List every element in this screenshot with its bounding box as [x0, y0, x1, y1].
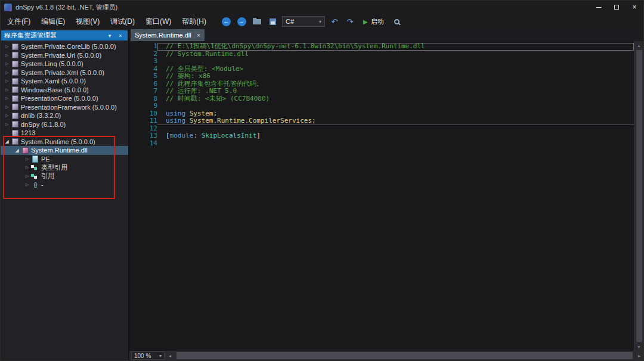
close-button[interactable]: × — [626, 1, 643, 14]
editor-region: System.Runtime.dll × 1// E:\1投稿\1优化\dnSp… — [129, 29, 643, 360]
expander-icon[interactable]: ▷ — [3, 113, 11, 118]
ref-icon — [31, 173, 39, 180]
panel-title: 程序集资源管理器 — [4, 31, 103, 40]
tree-item-dnlib[interactable]: ▷dnlib (3.3.2.0) — [1, 111, 128, 120]
menu-view[interactable]: 视图(V) — [70, 14, 105, 29]
menu-window[interactable]: 窗口(W) — [140, 14, 177, 29]
code-token-namespace: System — [190, 110, 213, 117]
maximize-icon — [614, 5, 619, 10]
horizontal-scroll-thumb[interactable] — [177, 352, 633, 359]
tree-item-type-references[interactable]: ▷类型引用 — [1, 163, 128, 172]
code-line[interactable]: 2// System.Runtime.dll — [129, 51, 634, 58]
back-icon: ← — [222, 17, 231, 26]
maximize-button[interactable] — [608, 1, 626, 14]
expander-icon[interactable]: ▷ — [3, 96, 11, 101]
editor-middle: 1// E:\1投稿\1优化\dnSpy\dnSpy-net-6.1.8win3… — [129, 41, 643, 351]
vertical-scroll-thumb[interactable] — [636, 50, 642, 342]
code-line[interactable]: 13[module: SkipLocalsInit] — [129, 132, 634, 140]
expander-icon[interactable]: ▷ — [3, 105, 11, 110]
typeref-icon — [31, 164, 39, 171]
expander-icon[interactable]: ◢ — [3, 139, 11, 144]
expander-icon[interactable]: ▷ — [23, 174, 31, 179]
code-token-comment: // 时间戳: <未知> (CC7B4080) — [166, 95, 270, 102]
menu-edit[interactable]: 编辑(E) — [36, 14, 70, 29]
dnspy-window: dnSpy v6.1.8 (32-bit, .NET, 管理员) × 文件(F)… — [0, 0, 644, 361]
code-line[interactable]: 8// 时间戳: <未知> (CC7B4080) — [129, 95, 634, 103]
window-controls: × — [590, 1, 643, 14]
tree-item-system-runtime-dll[interactable]: ◢System.Runtime.dll — [1, 146, 128, 155]
expander-icon[interactable]: ▷ — [3, 88, 11, 92]
search-button[interactable] — [391, 15, 403, 27]
tree-item-label: 1213 — [21, 129, 35, 136]
vertical-scrollbar[interactable]: ▲ ▼ — [634, 41, 643, 351]
horizontal-scrollbar[interactable] — [175, 351, 634, 360]
menu-file[interactable]: 文件(F) — [2, 14, 36, 29]
scroll-left-icon[interactable]: ◂ — [166, 353, 174, 359]
code-token-type: SkipLocalsInit — [202, 132, 257, 139]
tree-item-label: System.Linq (5.0.0.0) — [21, 60, 83, 67]
tab-system-runtime-dll[interactable]: System.Runtime.dll × — [131, 29, 205, 41]
menu-debug[interactable]: 调试(D) — [105, 14, 140, 29]
nav-forward-button[interactable]: → — [236, 15, 247, 27]
expander-icon[interactable]: ▷ — [3, 44, 11, 49]
tab-bar: System.Runtime.dll × — [129, 29, 643, 41]
scroll-up-icon[interactable]: ▲ — [634, 41, 643, 49]
tree-item-namespace-dash[interactable]: ▷{}- — [1, 181, 128, 189]
undo-button[interactable]: ↶ — [329, 15, 340, 27]
expander-icon[interactable]: ▷ — [3, 79, 11, 83]
assembly-icon — [11, 121, 19, 128]
tree-item-label: System.Xaml (5.0.0.0) — [21, 77, 86, 85]
code-text: // 时间戳: <未知> (CC7B4080) — [157, 95, 634, 103]
app-icon — [4, 4, 12, 11]
expander-icon[interactable]: ▷ — [3, 70, 11, 75]
tree-item-dnspy[interactable]: ▷dnSpy (6.1.8.0) — [1, 120, 128, 129]
language-select[interactable]: C# ▾ — [282, 16, 325, 27]
expander-icon[interactable]: ▷ — [3, 61, 11, 66]
tree-item-label: System.Runtime (5.0.0.0) — [21, 138, 95, 145]
code-text — [157, 140, 634, 148]
expander-icon[interactable]: ▷ — [23, 165, 31, 170]
scroll-down-icon[interactable]: ▼ — [634, 343, 643, 351]
language-value: C# — [286, 18, 294, 25]
expander-icon[interactable]: ▷ — [23, 157, 31, 161]
tree-item-system-runtime[interactable]: ◢System.Runtime (5.0.0.0) — [1, 138, 128, 147]
tree-item-windowsbase[interactable]: ▷WindowsBase (5.0.0.0) — [1, 86, 128, 95]
panel-menu-button[interactable]: ▾ — [106, 33, 114, 39]
line-number: 11 — [129, 117, 157, 125]
tree-item-references[interactable]: ▷引用 — [1, 172, 128, 181]
tree-item-system-linq[interactable]: ▷System.Linq (5.0.0.0) — [1, 60, 128, 69]
editor-bottom-bar: 100 % ▾ ◂ ▸ — [129, 351, 643, 360]
minimize-button[interactable] — [590, 1, 608, 14]
tree-item-pe[interactable]: ▷PE — [1, 155, 128, 164]
tree-item-presentationframework[interactable]: ▷PresentationFramework (5.0.0.0) — [1, 103, 128, 112]
tab-close-icon[interactable]: × — [197, 32, 200, 39]
tab-label: System.Runtime.dll — [135, 32, 191, 39]
save-all-button[interactable] — [267, 15, 278, 27]
code-editor[interactable]: 1// E:\1投稿\1优化\dnSpy\dnSpy-net-6.1.8win3… — [129, 41, 634, 351]
tree-item-system-private-xml[interactable]: ▷System.Private.Xml (5.0.0.0) — [1, 69, 128, 77]
expander-icon[interactable]: ▷ — [3, 53, 11, 58]
expander-icon[interactable]: ◢ — [13, 148, 21, 153]
tree-item-1213[interactable]: 1213 — [1, 129, 128, 138]
tree-item-label: System.Private.Uri (5.0.0.0) — [21, 52, 101, 59]
code-token-namespace: System.Runtime.CompilerServices — [190, 117, 312, 125]
redo-button[interactable]: ↷ — [344, 15, 356, 27]
code-line[interactable]: 11using System.Runtime.CompilerServices; — [129, 117, 634, 125]
nav-back-button[interactable]: ← — [220, 15, 232, 27]
expander-icon[interactable]: ▷ — [23, 182, 31, 187]
tree-item-system-xaml[interactable]: ▷System.Xaml (5.0.0.0) — [1, 77, 128, 86]
zoom-select[interactable]: 100 % ▾ — [131, 351, 165, 360]
tree-item-system-private-uri[interactable]: ▷System.Private.Uri (5.0.0.0) — [1, 51, 128, 60]
menu-help[interactable]: 帮助(H) — [177, 14, 212, 29]
tree-item-system-private-corelib[interactable]: ▷System.Private.CoreLib (5.0.0.0) — [1, 42, 128, 51]
undo-icon: ↶ — [332, 17, 338, 26]
expander-icon[interactable]: ▷ — [3, 122, 11, 127]
titlebar: dnSpy v6.1.8 (32-bit, .NET, 管理员) × — [1, 1, 643, 14]
assembly-icon — [11, 60, 19, 67]
panel-close-button[interactable]: × — [116, 33, 125, 39]
start-debug-button[interactable]: ▶ 启动 — [360, 17, 388, 26]
scroll-right-icon[interactable]: ▸ — [635, 353, 643, 359]
tree-item-presentationcore[interactable]: ▷PresentationCore (5.0.0.0) — [1, 94, 128, 103]
code-line[interactable]: 14 — [129, 140, 634, 148]
open-file-button[interactable] — [251, 15, 263, 27]
